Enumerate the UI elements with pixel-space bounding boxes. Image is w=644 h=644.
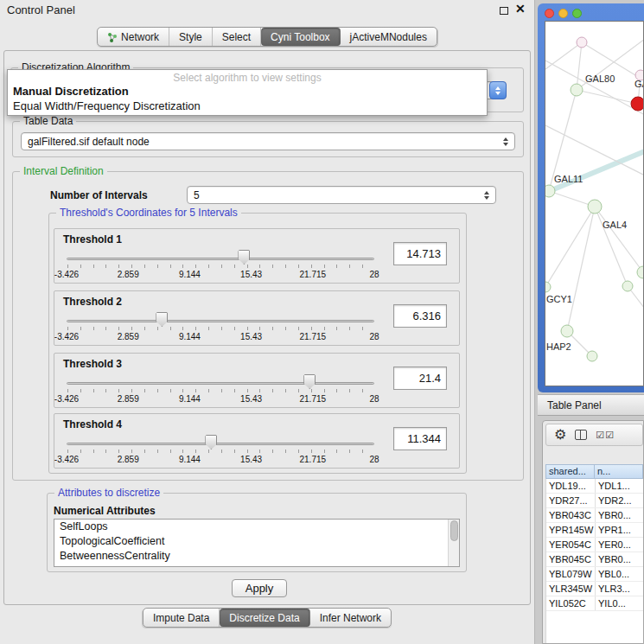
threshold-label: Threshold 1 (63, 233, 122, 245)
table-row[interactable]: YDR27...YDR2... (546, 494, 643, 508)
list-scrollbar[interactable] (448, 520, 459, 566)
tab-select[interactable]: Select (213, 28, 261, 46)
network-node[interactable] (545, 282, 551, 292)
network-graph[interactable]: GAL80GAGAL11GAL4GCY1HAP2 (545, 22, 644, 386)
combobox-stepper-icon[interactable] (489, 81, 507, 99)
network-node[interactable] (561, 325, 573, 337)
network-view-window[interactable]: GAL80GAGAL11GAL4GCY1HAP2 (538, 3, 644, 392)
network-node[interactable] (545, 185, 555, 197)
column-header-name[interactable]: n... (595, 464, 643, 479)
slider-thumb[interactable] (156, 312, 168, 327)
table-row[interactable]: YPR145WYPR1... (546, 523, 643, 538)
table-row[interactable]: YIL052CYIL0... (546, 596, 643, 611)
dropdown-option-manual-discretization[interactable]: Manual Discretization (8, 84, 487, 99)
table-row[interactable]: YDL19...YDL1... (546, 479, 643, 494)
slider-tick-labels: -3.4262.8599.14415.4321.71528 (67, 270, 374, 280)
table-cell: YIL0... (596, 596, 643, 610)
threshold-slider[interactable]: -3.4262.8599.14415.4321.71528 (67, 312, 374, 345)
interval-definition-group-title: Interval Definition (20, 165, 107, 177)
table-toolbar: ⚙ ☑☑ (545, 424, 643, 446)
tab-discretize-data[interactable]: Discretize Data (220, 609, 309, 627)
threshold-slider[interactable]: -3.4262.8599.14415.4321.71528 (67, 374, 374, 407)
network-node[interactable] (631, 97, 644, 111)
slider-thumb[interactable] (303, 374, 316, 389)
tab-cyni-toolbox[interactable]: Cyni Toolbox (261, 28, 340, 46)
threshold-label: Threshold 2 (63, 296, 122, 308)
attributes-group-title: Attributes to discretize (54, 487, 163, 499)
columns-icon[interactable] (575, 430, 587, 440)
slider-track[interactable] (67, 320, 374, 322)
network-node[interactable] (587, 351, 597, 361)
slider-ticks (67, 389, 374, 392)
tick-label: 21.715 (300, 332, 327, 341)
table-data-combobox-value: galFiltered.sif default node (28, 136, 150, 148)
tab-infer-network[interactable]: Infer Network (310, 609, 391, 627)
tab-style[interactable]: Style (169, 28, 213, 46)
slider-track[interactable] (67, 258, 374, 260)
attribute-item-selfloops[interactable]: SelfLoops (54, 520, 459, 534)
network-node[interactable] (588, 200, 602, 214)
table-cell: YLR3... (596, 582, 643, 596)
table-panel-window: ⚙ ☑☑ shared... n... YDL19...YDL1...YDR27… (542, 420, 644, 644)
slider-thumb[interactable] (238, 250, 250, 265)
network-node[interactable] (622, 281, 633, 291)
slider-thumb[interactable] (205, 435, 217, 450)
num-intervals-combobox[interactable]: 5 (187, 186, 496, 204)
float-window-icon[interactable] (500, 7, 508, 15)
table-row[interactable]: YBR045CYBR0... (546, 552, 643, 567)
table-row[interactable]: YBL079WYBL0... (546, 567, 643, 582)
tick-label: 15.43 (240, 270, 262, 279)
minimize-traffic-light-icon[interactable] (558, 9, 568, 18)
tab-network[interactable]: Network (98, 28, 169, 46)
tick-label: 2.859 (118, 394, 139, 404)
threshold-value-field[interactable]: 11.344 (393, 427, 447, 450)
threshold-slider[interactable]: -3.4262.8599.14415.4321.71528 (67, 250, 374, 283)
network-canvas[interactable]: GAL80GAGAL11GAL4GCY1HAP2 (545, 21, 644, 386)
network-node[interactable] (571, 84, 583, 96)
tab-impute-data[interactable]: Impute Data (143, 609, 220, 627)
algorithm-dropdown: Select algorithm to view settings Manual… (7, 69, 488, 116)
table-cell: YBR0... (596, 552, 643, 566)
table-row[interactable]: YER054CYER0... (546, 538, 643, 552)
tick-label: 28 (369, 270, 379, 279)
attribute-item-topologicalcoefficient[interactable]: TopologicalCoefficient (54, 534, 459, 549)
tick-label: 9.144 (179, 455, 201, 464)
tab-jactivemnodules[interactable]: jActiveMNodules (341, 28, 437, 46)
attributes-list-items: SelfLoopsTopologicalCoefficientBetweenne… (54, 520, 459, 564)
threshold-slider[interactable]: -3.4262.8599.14415.4321.71528 (67, 435, 374, 468)
table-data-combobox[interactable]: galFiltered.sif default node (21, 132, 515, 150)
table-cell: YDL19... (546, 479, 596, 493)
dropdown-option-equal-width-frequency-discretization[interactable]: Equal Width/Frequency Discretization (8, 99, 487, 113)
attribute-item-betweennesscentrality[interactable]: BetweennessCentrality (54, 549, 459, 564)
table-row[interactable]: YLR345WYLR3... (546, 582, 643, 596)
slider-ticks (67, 450, 374, 453)
table-panel-titlebar: Table Panel (538, 394, 644, 416)
close-traffic-light-icon[interactable] (545, 9, 554, 18)
threshold-panel-2: Threshold 2-3.4262.8599.14415.4321.71528… (54, 290, 460, 346)
table-data-group-title: Table Data (20, 115, 76, 127)
threshold-value-field[interactable]: 6.316 (393, 304, 447, 328)
gear-icon[interactable]: ⚙ (554, 428, 566, 442)
checkbox-icons[interactable]: ☑☑ (596, 430, 615, 441)
threshold-value-field[interactable]: 21.4 (393, 367, 447, 390)
table-header: shared... n... (545, 464, 643, 479)
close-icon[interactable]: ✕ (515, 2, 526, 16)
list-scrollbar-thumb[interactable] (450, 520, 458, 541)
zoom-traffic-light-icon[interactable] (572, 9, 582, 18)
apply-button[interactable]: Apply (232, 579, 287, 597)
tab-label: Cyni Toolbox (271, 31, 329, 43)
slider-track[interactable] (67, 382, 374, 385)
column-header-shared[interactable]: shared... (545, 464, 595, 479)
table-row[interactable]: YBR043CYBR0... (546, 508, 643, 523)
slider-track[interactable] (67, 443, 374, 445)
network-node[interactable] (577, 37, 587, 48)
network-node[interactable] (637, 266, 644, 278)
network-node-label: GCY1 (546, 294, 572, 304)
threshold-value-field[interactable]: 14.713 (393, 242, 447, 265)
slider-tick-labels: -3.4262.8599.14415.4321.71528 (67, 332, 374, 342)
network-edge (582, 42, 635, 75)
num-intervals-label: Number of Intervals (50, 189, 148, 201)
tab-label: Network (121, 31, 159, 43)
tab-label: Discretize Data (229, 612, 299, 624)
numerical-attributes-list[interactable]: SelfLoopsTopologicalCoefficientBetweenne… (54, 519, 460, 567)
